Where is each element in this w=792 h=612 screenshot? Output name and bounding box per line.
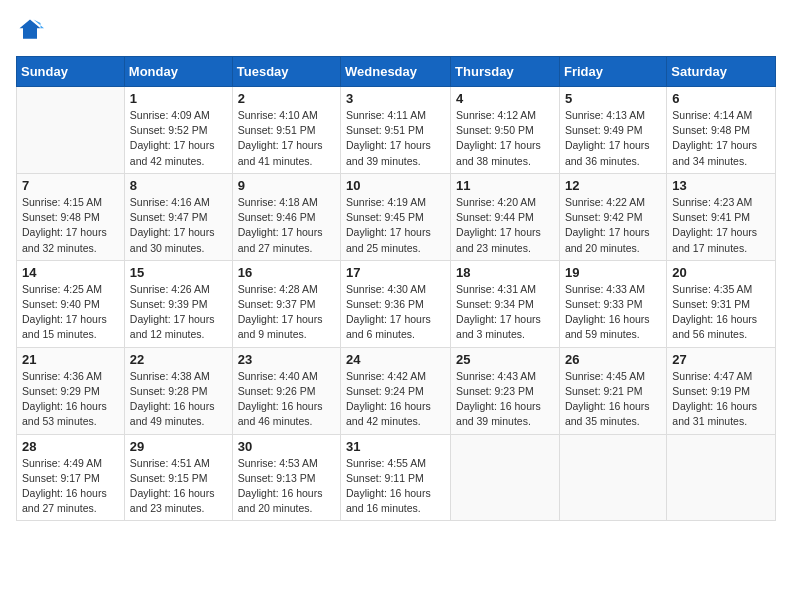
day-detail: Sunrise: 4:10 AM Sunset: 9:51 PM Dayligh… [238, 108, 335, 169]
calendar-header-row: SundayMondayTuesdayWednesdayThursdayFrid… [17, 57, 776, 87]
calendar-week-row: 14Sunrise: 4:25 AM Sunset: 9:40 PM Dayli… [17, 260, 776, 347]
calendar-cell: 9Sunrise: 4:18 AM Sunset: 9:46 PM Daylig… [232, 173, 340, 260]
day-number: 25 [456, 352, 554, 367]
calendar-cell: 17Sunrise: 4:30 AM Sunset: 9:36 PM Dayli… [341, 260, 451, 347]
calendar-cell: 27Sunrise: 4:47 AM Sunset: 9:19 PM Dayli… [667, 347, 776, 434]
day-detail: Sunrise: 4:53 AM Sunset: 9:13 PM Dayligh… [238, 456, 335, 517]
day-number: 2 [238, 91, 335, 106]
day-number: 28 [22, 439, 119, 454]
day-number: 6 [672, 91, 770, 106]
calendar-cell: 11Sunrise: 4:20 AM Sunset: 9:44 PM Dayli… [451, 173, 560, 260]
day-detail: Sunrise: 4:13 AM Sunset: 9:49 PM Dayligh… [565, 108, 661, 169]
calendar-cell: 19Sunrise: 4:33 AM Sunset: 9:33 PM Dayli… [559, 260, 666, 347]
calendar-cell: 1Sunrise: 4:09 AM Sunset: 9:52 PM Daylig… [124, 87, 232, 174]
calendar-cell: 18Sunrise: 4:31 AM Sunset: 9:34 PM Dayli… [451, 260, 560, 347]
day-detail: Sunrise: 4:16 AM Sunset: 9:47 PM Dayligh… [130, 195, 227, 256]
calendar-cell: 23Sunrise: 4:40 AM Sunset: 9:26 PM Dayli… [232, 347, 340, 434]
day-number: 31 [346, 439, 445, 454]
calendar-table: SundayMondayTuesdayWednesdayThursdayFrid… [16, 56, 776, 521]
page-header [16, 16, 776, 44]
calendar-week-row: 7Sunrise: 4:15 AM Sunset: 9:48 PM Daylig… [17, 173, 776, 260]
day-of-week-header: Sunday [17, 57, 125, 87]
day-detail: Sunrise: 4:18 AM Sunset: 9:46 PM Dayligh… [238, 195, 335, 256]
logo-icon [16, 16, 44, 44]
day-detail: Sunrise: 4:22 AM Sunset: 9:42 PM Dayligh… [565, 195, 661, 256]
calendar-cell: 7Sunrise: 4:15 AM Sunset: 9:48 PM Daylig… [17, 173, 125, 260]
day-number: 17 [346, 265, 445, 280]
day-number: 9 [238, 178, 335, 193]
day-detail: Sunrise: 4:42 AM Sunset: 9:24 PM Dayligh… [346, 369, 445, 430]
calendar-cell: 3Sunrise: 4:11 AM Sunset: 9:51 PM Daylig… [341, 87, 451, 174]
day-number: 1 [130, 91, 227, 106]
day-detail: Sunrise: 4:45 AM Sunset: 9:21 PM Dayligh… [565, 369, 661, 430]
day-detail: Sunrise: 4:43 AM Sunset: 9:23 PM Dayligh… [456, 369, 554, 430]
day-detail: Sunrise: 4:36 AM Sunset: 9:29 PM Dayligh… [22, 369, 119, 430]
day-detail: Sunrise: 4:47 AM Sunset: 9:19 PM Dayligh… [672, 369, 770, 430]
day-detail: Sunrise: 4:38 AM Sunset: 9:28 PM Dayligh… [130, 369, 227, 430]
calendar-cell: 22Sunrise: 4:38 AM Sunset: 9:28 PM Dayli… [124, 347, 232, 434]
day-of-week-header: Saturday [667, 57, 776, 87]
day-detail: Sunrise: 4:09 AM Sunset: 9:52 PM Dayligh… [130, 108, 227, 169]
day-detail: Sunrise: 4:35 AM Sunset: 9:31 PM Dayligh… [672, 282, 770, 343]
day-number: 23 [238, 352, 335, 367]
calendar-cell: 4Sunrise: 4:12 AM Sunset: 9:50 PM Daylig… [451, 87, 560, 174]
day-number: 18 [456, 265, 554, 280]
day-detail: Sunrise: 4:14 AM Sunset: 9:48 PM Dayligh… [672, 108, 770, 169]
calendar-cell: 21Sunrise: 4:36 AM Sunset: 9:29 PM Dayli… [17, 347, 125, 434]
day-detail: Sunrise: 4:49 AM Sunset: 9:17 PM Dayligh… [22, 456, 119, 517]
day-number: 22 [130, 352, 227, 367]
day-detail: Sunrise: 4:33 AM Sunset: 9:33 PM Dayligh… [565, 282, 661, 343]
calendar-cell [559, 434, 666, 521]
calendar-cell: 15Sunrise: 4:26 AM Sunset: 9:39 PM Dayli… [124, 260, 232, 347]
day-number: 29 [130, 439, 227, 454]
calendar-week-row: 28Sunrise: 4:49 AM Sunset: 9:17 PM Dayli… [17, 434, 776, 521]
day-of-week-header: Friday [559, 57, 666, 87]
day-number: 10 [346, 178, 445, 193]
day-detail: Sunrise: 4:55 AM Sunset: 9:11 PM Dayligh… [346, 456, 445, 517]
day-detail: Sunrise: 4:51 AM Sunset: 9:15 PM Dayligh… [130, 456, 227, 517]
calendar-cell: 26Sunrise: 4:45 AM Sunset: 9:21 PM Dayli… [559, 347, 666, 434]
day-number: 14 [22, 265, 119, 280]
day-number: 24 [346, 352, 445, 367]
day-detail: Sunrise: 4:25 AM Sunset: 9:40 PM Dayligh… [22, 282, 119, 343]
day-number: 12 [565, 178, 661, 193]
day-detail: Sunrise: 4:26 AM Sunset: 9:39 PM Dayligh… [130, 282, 227, 343]
day-detail: Sunrise: 4:28 AM Sunset: 9:37 PM Dayligh… [238, 282, 335, 343]
calendar-cell [451, 434, 560, 521]
day-number: 20 [672, 265, 770, 280]
day-detail: Sunrise: 4:12 AM Sunset: 9:50 PM Dayligh… [456, 108, 554, 169]
day-detail: Sunrise: 4:19 AM Sunset: 9:45 PM Dayligh… [346, 195, 445, 256]
calendar-week-row: 21Sunrise: 4:36 AM Sunset: 9:29 PM Dayli… [17, 347, 776, 434]
day-number: 5 [565, 91, 661, 106]
day-number: 3 [346, 91, 445, 106]
calendar-cell: 2Sunrise: 4:10 AM Sunset: 9:51 PM Daylig… [232, 87, 340, 174]
day-detail: Sunrise: 4:15 AM Sunset: 9:48 PM Dayligh… [22, 195, 119, 256]
day-number: 4 [456, 91, 554, 106]
calendar-week-row: 1Sunrise: 4:09 AM Sunset: 9:52 PM Daylig… [17, 87, 776, 174]
calendar-cell: 8Sunrise: 4:16 AM Sunset: 9:47 PM Daylig… [124, 173, 232, 260]
day-number: 27 [672, 352, 770, 367]
day-number: 19 [565, 265, 661, 280]
day-detail: Sunrise: 4:20 AM Sunset: 9:44 PM Dayligh… [456, 195, 554, 256]
day-number: 26 [565, 352, 661, 367]
day-detail: Sunrise: 4:40 AM Sunset: 9:26 PM Dayligh… [238, 369, 335, 430]
day-number: 21 [22, 352, 119, 367]
calendar-cell: 30Sunrise: 4:53 AM Sunset: 9:13 PM Dayli… [232, 434, 340, 521]
calendar-cell [17, 87, 125, 174]
day-number: 11 [456, 178, 554, 193]
calendar-cell: 24Sunrise: 4:42 AM Sunset: 9:24 PM Dayli… [341, 347, 451, 434]
day-number: 16 [238, 265, 335, 280]
calendar-cell: 25Sunrise: 4:43 AM Sunset: 9:23 PM Dayli… [451, 347, 560, 434]
day-number: 8 [130, 178, 227, 193]
day-number: 7 [22, 178, 119, 193]
calendar-cell: 31Sunrise: 4:55 AM Sunset: 9:11 PM Dayli… [341, 434, 451, 521]
day-detail: Sunrise: 4:23 AM Sunset: 9:41 PM Dayligh… [672, 195, 770, 256]
calendar-cell: 10Sunrise: 4:19 AM Sunset: 9:45 PM Dayli… [341, 173, 451, 260]
calendar-cell: 12Sunrise: 4:22 AM Sunset: 9:42 PM Dayli… [559, 173, 666, 260]
calendar-cell: 28Sunrise: 4:49 AM Sunset: 9:17 PM Dayli… [17, 434, 125, 521]
day-of-week-header: Wednesday [341, 57, 451, 87]
calendar-cell: 20Sunrise: 4:35 AM Sunset: 9:31 PM Dayli… [667, 260, 776, 347]
logo [16, 16, 48, 44]
calendar-cell: 5Sunrise: 4:13 AM Sunset: 9:49 PM Daylig… [559, 87, 666, 174]
calendar-cell: 16Sunrise: 4:28 AM Sunset: 9:37 PM Dayli… [232, 260, 340, 347]
